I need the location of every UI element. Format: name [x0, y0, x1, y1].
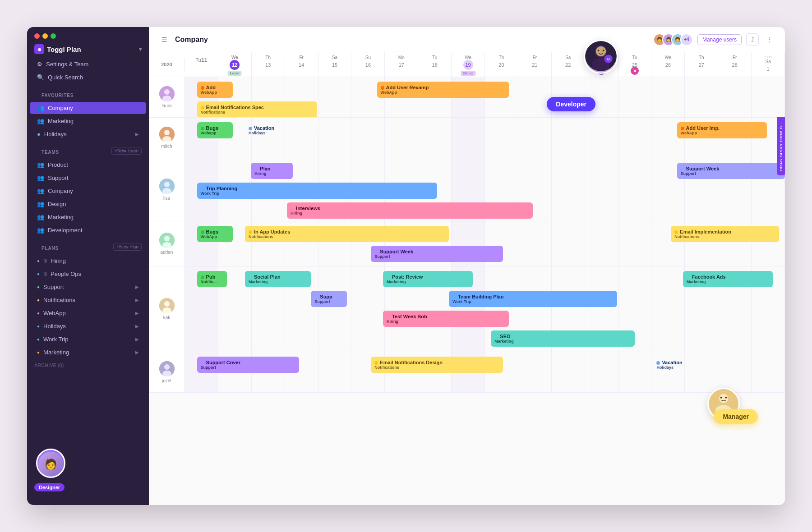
- task-add-user-imp[interactable]: Add User Imp. WebApp: [677, 122, 767, 138]
- task-trip-planning[interactable]: Trip Planning Work Trip: [197, 183, 437, 199]
- task-supp-kati[interactable]: Supp Support: [311, 291, 347, 307]
- task-in-app-updates[interactable]: In App Updates Notifications: [245, 226, 449, 242]
- dot-icon: ●: [37, 298, 40, 303]
- sidebar-item-holidays[interactable]: ● Holidays ▶: [30, 128, 146, 140]
- cal-day-26: We26: [651, 52, 685, 77]
- task-test-week-bob[interactable]: Test Week Bob Hiring: [383, 311, 509, 327]
- calendar-days-header: Tu11 We 12 Local Th13 Fr14 Sa15: [185, 52, 785, 77]
- task-email-notifications-spec[interactable]: Email Notifications Spec Notifications: [197, 101, 317, 117]
- maximize-dot[interactable]: [51, 33, 56, 39]
- chevron-right-icon: ▶: [135, 311, 139, 316]
- svg-point-13: [164, 301, 170, 307]
- manage-users-button[interactable]: Manage users: [697, 34, 742, 45]
- title-chevron-icon: ▾: [139, 46, 142, 52]
- avatar-stack: 🧑 👩 🧑 +4: [653, 33, 693, 46]
- people-icon: 👥: [37, 188, 44, 194]
- sidebar-item-company-team[interactable]: 👥 Company: [30, 185, 146, 197]
- more-options-icon[interactable]: ⋮: [763, 33, 776, 46]
- sidebar-item-holidays-plan[interactable]: ● Holidays ▶: [30, 320, 146, 332]
- task-vacation-mitch[interactable]: Vacation Holidays: [245, 122, 437, 138]
- task-pub[interactable]: Pub Notific...: [197, 271, 227, 287]
- grid-icon: ⊞: [43, 271, 47, 276]
- sidebar-item-design[interactable]: 👥 Design: [30, 198, 146, 210]
- sidebar-item-development[interactable]: 👥 Development: [30, 224, 146, 236]
- new-plan-button[interactable]: +New Plan: [113, 243, 142, 251]
- sidebar-item-support[interactable]: 👥 Support: [30, 172, 146, 184]
- task-support-week-adrien[interactable]: Support Week Support: [371, 246, 503, 262]
- task-team-building[interactable]: Team Building Plan Work Trip: [449, 291, 617, 307]
- sidebar-item-quick-search[interactable]: 🔍 Quick Search: [30, 71, 146, 83]
- cal-day-28: Fr28: [718, 52, 752, 77]
- drag-banner-wrap: DRAG TASKS FROM B...: [777, 117, 785, 175]
- task-bugs-adrien[interactable]: Bugs WebApp: [197, 226, 233, 242]
- task-facebook-ads[interactable]: Facebook Ads Marketing: [683, 271, 773, 287]
- task-seo[interactable]: SEO Marketing: [491, 330, 635, 347]
- task-support-cover[interactable]: Support Cover Support: [197, 357, 299, 373]
- sidebar-item-marketing-plan[interactable]: ● Marketing ▶: [30, 346, 146, 358]
- avatar-laura: [159, 86, 175, 101]
- favourites-label: FAVOURITES: [34, 88, 81, 100]
- sidebar-item-marketing[interactable]: 👥 Marketing: [30, 115, 146, 127]
- chevron-right-icon: ▶: [135, 132, 139, 137]
- people-icon: 👥: [37, 227, 44, 234]
- app-logo-icon: ⊞: [34, 44, 44, 54]
- task-interviews[interactable]: Interviews Hiring: [287, 202, 533, 219]
- calendar-body: laura Add WebApp Add User Revamp WebApp: [149, 77, 785, 505]
- developer-user-avatar: ⊘: [584, 40, 618, 74]
- cal-day-13: Th13: [252, 52, 285, 77]
- sidebar-item-marketing-team[interactable]: 👥 Marketing: [30, 211, 146, 223]
- row-mitch: mitch Bugs Webapp Vacation Holidays: [149, 118, 785, 158]
- chevron-right-icon: ▶: [135, 324, 139, 329]
- sidebar-item-webapp[interactable]: ● WebApp ▶: [30, 307, 146, 319]
- task-support-week-lisa[interactable]: Support Week Support: [677, 163, 785, 179]
- user-name-adrien: adrien: [161, 250, 173, 255]
- task-add-user-revamp[interactable]: Add User Revamp WebApp: [377, 82, 509, 98]
- svg-point-29: [720, 397, 722, 399]
- task-add-webapp[interactable]: Add WebApp: [197, 82, 233, 98]
- minimize-dot[interactable]: [42, 33, 48, 39]
- cal-day-15: Sa15: [318, 52, 352, 77]
- tasks-laura: Add WebApp Add User Revamp WebApp Email …: [185, 77, 785, 117]
- dot-icon: ●: [37, 258, 40, 263]
- people-icon: 👥: [37, 201, 44, 207]
- app-title[interactable]: ⊞ Toggl Plan ▾: [27, 44, 149, 58]
- sidebar-item-hiring[interactable]: ● ⊞ Hiring: [30, 255, 146, 267]
- hamburger-icon[interactable]: ☰: [158, 33, 171, 46]
- sidebar-item-product[interactable]: 👥 Product: [30, 159, 146, 171]
- task-plan-hiring[interactable]: Plan Hiring: [251, 163, 293, 179]
- close-dot[interactable]: [34, 33, 40, 39]
- chevron-right-icon: ▶: [135, 284, 139, 289]
- task-email-notifications-design[interactable]: Email Notifications Design Notifications: [371, 357, 503, 373]
- task-social-plan[interactable]: Social Plan Marketing: [245, 271, 311, 287]
- sidebar-item-work-trip[interactable]: ● Work Trip ▶: [30, 333, 146, 345]
- sidebar-item-notifications[interactable]: ● Notifications ▶: [30, 294, 146, 306]
- task-post-review[interactable]: Post: Review Marketing: [383, 271, 473, 287]
- task-bugs-webapp[interactable]: Bugs Webapp: [197, 122, 233, 138]
- developer-badge: Developer: [547, 97, 595, 111]
- cal-day-14: Fr14: [285, 52, 318, 77]
- cal-day-25: Tu25 ✕: [618, 52, 652, 77]
- manager-badge: Manager: [714, 409, 758, 424]
- cal-day-11: Tu11: [185, 52, 218, 77]
- avatar-jozef: [159, 361, 175, 376]
- task-vacation-jozef[interactable]: Vacation Holidays: [653, 357, 773, 373]
- people-icon: 👥: [37, 214, 44, 220]
- share-button[interactable]: ⤴: [746, 33, 759, 46]
- people-icon: 👥: [37, 118, 44, 124]
- sidebar-item-people-ops[interactable]: ● ⊞ People Ops: [30, 268, 146, 280]
- sidebar-item-support-plan[interactable]: ● Support ▶: [30, 281, 146, 293]
- dot-icon: ●: [37, 311, 40, 316]
- new-team-button[interactable]: +New Team: [111, 147, 142, 155]
- tasks-kati: Pub Notific... Social Plan Marketing Pos…: [185, 266, 785, 352]
- dot-icon: ●: [37, 271, 40, 276]
- sidebar-item-company[interactable]: 👥 Company: [30, 102, 146, 114]
- sidebar-item-settings-team[interactable]: ⚙ Settings & Team: [30, 58, 146, 70]
- dot-icon: ●: [37, 324, 40, 329]
- teams-section: TEAMS +New Team: [27, 141, 149, 158]
- tasks-lisa: Plan Hiring Support Week Support Trip Pl…: [185, 158, 785, 221]
- row-lisa: lisa Plan Hiring Support Week Support: [149, 158, 785, 221]
- teams-label: TEAMS: [34, 145, 66, 156]
- task-email-implementation[interactable]: Email Implementation Notifications: [671, 226, 779, 242]
- search-icon: 🔍: [37, 74, 44, 81]
- avatar-adrien: [159, 233, 175, 248]
